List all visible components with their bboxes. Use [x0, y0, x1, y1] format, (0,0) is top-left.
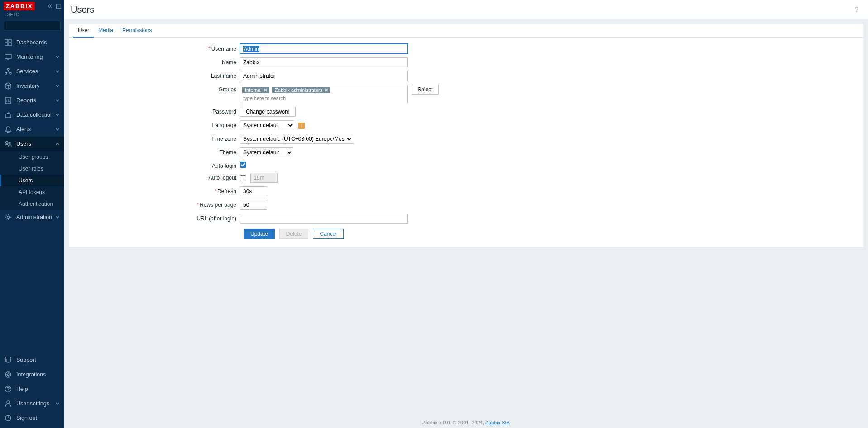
username-input[interactable]: Admin [240, 44, 408, 54]
nav-data-collection[interactable]: Data collection [0, 108, 64, 122]
logo[interactable]: ZABBIX [4, 2, 35, 10]
nav-alerts[interactable]: Alerts [0, 122, 64, 137]
nav-services[interactable]: Services [0, 64, 64, 79]
timezone-label: Time zone [73, 134, 240, 142]
autologout-checkbox[interactable] [240, 175, 246, 181]
tabs: User Media Permissions [69, 24, 863, 38]
reports-icon [5, 97, 12, 104]
sub-user-groups[interactable]: User groups [0, 151, 64, 163]
nav-label: Alerts [16, 126, 55, 133]
rows-label: *Rows per page [73, 200, 240, 208]
remove-tag-icon[interactable]: ✕ [264, 88, 268, 93]
chevron-down-icon [55, 84, 60, 88]
page-title: Users [71, 5, 854, 15]
main-nav: Dashboards Monitoring Services Inventory… [0, 35, 64, 224]
integrations-icon [5, 371, 12, 378]
rows-input[interactable] [240, 200, 267, 210]
chevron-down-icon [55, 69, 60, 74]
gear-icon [5, 214, 12, 221]
url-label: URL (after login) [73, 214, 240, 222]
users-subnav: User groups User roles Users API tokens … [0, 151, 64, 210]
help-icon[interactable]: ? [854, 6, 862, 14]
sub-users[interactable]: Users [0, 175, 64, 186]
footer-link[interactable]: Zabbix SIA [485, 420, 510, 425]
name-input[interactable] [240, 57, 408, 67]
sidebar: ZABBIX LSETC Dashboards Monitoring [0, 0, 64, 428]
sub-api-tokens[interactable]: API tokens [0, 186, 64, 198]
nav-help[interactable]: Help [0, 382, 64, 396]
main: Users ? User Media Permissions *Username… [64, 0, 868, 428]
nav-sign-out[interactable]: Sign out [0, 411, 64, 425]
sub-user-roles[interactable]: User roles [0, 163, 64, 175]
groups-search-input[interactable] [242, 95, 324, 102]
autologout-input [250, 173, 278, 183]
cancel-button[interactable]: Cancel [313, 229, 343, 239]
language-select[interactable]: System default [240, 120, 294, 130]
dashboard-icon [5, 39, 12, 46]
search-box[interactable] [4, 21, 61, 31]
svg-point-14 [7, 216, 10, 219]
warning-icon[interactable]: i [298, 123, 305, 129]
nav-monitoring[interactable]: Monitoring [0, 50, 64, 64]
sub-authentication[interactable]: Authentication [0, 198, 64, 210]
svg-point-7 [7, 68, 9, 70]
nav-support[interactable]: Support [0, 353, 64, 367]
autologin-checkbox[interactable] [240, 162, 246, 168]
name-label: Name [73, 57, 240, 66]
nav-user-settings[interactable]: User settings [0, 396, 64, 411]
nav-users[interactable]: Users [0, 137, 64, 151]
user-icon [5, 400, 12, 407]
username-label: *Username [73, 44, 240, 52]
nav-inventory[interactable]: Inventory [0, 79, 64, 93]
refresh-label: *Refresh [73, 186, 240, 195]
svg-point-18 [7, 401, 10, 404]
autologin-label: Auto-login [73, 161, 240, 169]
password-label: Password [73, 107, 240, 115]
footer: Zabbix 7.0.0. © 2001–2024, Zabbix SIA [64, 420, 868, 425]
nav-integrations[interactable]: Integrations [0, 367, 64, 382]
nav-label: User settings [16, 400, 55, 407]
update-button[interactable]: Update [244, 229, 275, 239]
chevron-down-icon [55, 127, 60, 132]
nav-label: Data collection [16, 112, 55, 118]
select-groups-button[interactable]: Select [412, 85, 438, 95]
collapse-icon[interactable] [47, 3, 53, 9]
autologout-label: Auto-logout [73, 173, 240, 181]
nav-administration[interactable]: Administration [0, 210, 64, 224]
svg-point-12 [6, 142, 8, 144]
svg-rect-6 [5, 54, 11, 59]
svg-rect-5 [9, 43, 11, 46]
svg-rect-4 [5, 43, 8, 46]
nav-reports[interactable]: Reports [0, 93, 64, 108]
svg-rect-11 [5, 114, 11, 118]
tab-user[interactable]: User [73, 24, 94, 38]
theme-label: Theme [73, 147, 240, 156]
nav-label: Help [16, 386, 60, 392]
tab-media[interactable]: Media [94, 24, 118, 38]
nav-dashboards[interactable]: Dashboards [0, 35, 64, 50]
theme-select[interactable]: System default [240, 147, 293, 157]
url-input[interactable] [240, 214, 408, 224]
svg-rect-3 [9, 39, 11, 42]
nav-label: Administration [16, 214, 55, 220]
refresh-input[interactable] [240, 186, 267, 196]
groups-multiselect[interactable]: Internal✕ Zabbix administrators✕ [240, 85, 408, 103]
chevron-down-icon [55, 113, 60, 117]
timezone-select[interactable]: System default: (UTC+03:00) Europe/Mosco… [240, 134, 353, 144]
groups-label: Groups [73, 85, 240, 93]
lastname-input[interactable] [240, 71, 408, 81]
svg-point-13 [9, 142, 10, 144]
alerts-icon [5, 126, 12, 133]
tab-permissions[interactable]: Permissions [118, 24, 156, 38]
header: Users ? [64, 0, 868, 19]
chevron-down-icon [55, 98, 60, 103]
help-icon [5, 385, 12, 393]
server-name: LSETC [0, 11, 64, 20]
form-actions: Update Delete Cancel [73, 229, 859, 239]
popout-icon[interactable] [56, 3, 62, 9]
change-password-button[interactable]: Change password [240, 107, 296, 117]
user-form: *Username Admin Name Last name Groups [69, 38, 863, 247]
group-tag: Zabbix administrators✕ [272, 87, 330, 93]
chevron-up-icon [55, 142, 60, 146]
remove-tag-icon[interactable]: ✕ [324, 88, 328, 93]
